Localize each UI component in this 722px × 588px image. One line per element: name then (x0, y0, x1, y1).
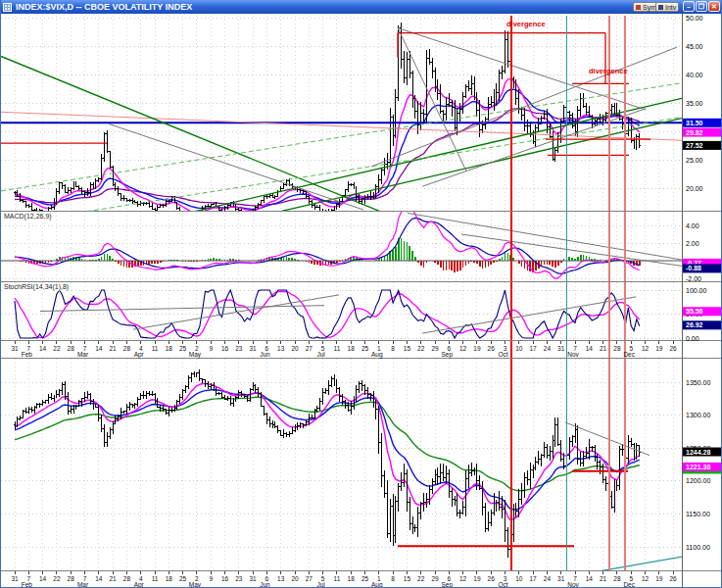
svg-text:16: 16 (221, 575, 229, 582)
svg-text:55.56: 55.56 (686, 308, 703, 315)
svg-text:1350.00: 1350.00 (686, 379, 710, 386)
svg-text:31.50: 31.50 (686, 120, 703, 126)
svg-text:10: 10 (515, 345, 523, 352)
svg-text:25: 25 (361, 575, 369, 582)
svg-text:Apr: Apr (134, 351, 145, 359)
svg-text:Oct: Oct (498, 581, 507, 588)
svg-text:28: 28 (613, 575, 621, 582)
svg-text:1200.00: 1200.00 (686, 477, 710, 484)
svg-text:27.52: 27.52 (686, 142, 703, 149)
svg-text:Jun: Jun (260, 351, 270, 358)
svg-text:16: 16 (221, 345, 229, 352)
svg-text:26.92: 26.92 (686, 321, 703, 328)
svg-text:31: 31 (11, 345, 19, 352)
svg-text:31: 31 (249, 575, 257, 582)
maximize-button[interactable]: ❐ (696, 1, 707, 12)
svg-text:12: 12 (642, 345, 650, 352)
svg-text:Sep: Sep (442, 351, 454, 359)
svg-text:Aug: Aug (371, 351, 383, 359)
svg-text:50.00: 50.00 (686, 15, 703, 22)
svg-text:14: 14 (95, 575, 103, 582)
svg-text:31: 31 (557, 345, 565, 352)
svg-text:12: 12 (459, 575, 467, 582)
stochrsi-label: StochRSI(14,34(1),8) (3, 283, 70, 291)
svg-text:23: 23 (235, 575, 243, 582)
svg-text:1100.00: 1100.00 (686, 544, 710, 551)
svg-text:17: 17 (529, 345, 537, 352)
svg-text:Jul: Jul (316, 351, 325, 358)
macd-label: MACD(12,26,9) (3, 213, 53, 220)
svg-text:14: 14 (39, 575, 47, 582)
svg-text:Aug: Aug (371, 581, 383, 588)
svg-text:8: 8 (391, 345, 395, 352)
svg-text:20: 20 (291, 575, 299, 582)
svg-text:28: 28 (123, 575, 131, 582)
svg-text:15: 15 (404, 345, 411, 352)
svg-text:22: 22 (417, 575, 425, 582)
divergence-annotation-1: divergence (506, 21, 546, 28)
window-title: INDEX:$VIX,D -- CBOE VOLATILITY INDEX (16, 2, 192, 12)
svg-text:26: 26 (669, 575, 677, 582)
svg-text:4.00: 4.00 (686, 222, 699, 229)
qcharts-window: INDEX:$VIX,D -- CBOE VOLATILITY INDEX Sy… (0, 0, 722, 588)
svg-text:29.82: 29.82 (686, 129, 703, 136)
svg-text:29: 29 (431, 345, 439, 352)
intv-button[interactable]: Intv (655, 2, 679, 12)
svg-text:21: 21 (600, 575, 607, 582)
svg-text:11: 11 (152, 345, 159, 352)
svg-text:Mar: Mar (77, 581, 89, 588)
svg-text:29: 29 (431, 575, 439, 582)
svg-text:27: 27 (306, 345, 313, 352)
svg-text:35.00: 35.00 (686, 100, 703, 107)
svg-text:20: 20 (291, 345, 299, 352)
svg-text:Jul: Jul (316, 581, 325, 588)
svg-text:11: 11 (334, 345, 341, 352)
svg-text:14: 14 (95, 345, 103, 352)
close-button[interactable]: ✕ (708, 1, 720, 12)
svg-text:25.00: 25.00 (686, 157, 703, 164)
divergence-annotation-2: divergence (589, 68, 628, 75)
svg-text:13: 13 (277, 345, 285, 352)
svg-text:100.00: 100.00 (686, 287, 707, 294)
svg-text:19: 19 (473, 345, 481, 352)
svg-text:31: 31 (557, 575, 565, 582)
svg-text:Jun: Jun (260, 581, 270, 588)
svg-text:19: 19 (655, 575, 663, 582)
svg-text:45.00: 45.00 (686, 43, 703, 50)
svg-text:Nov: Nov (567, 351, 579, 358)
svg-text:17: 17 (529, 575, 537, 582)
svg-text:May: May (189, 351, 202, 359)
svg-text:27: 27 (306, 575, 313, 582)
svg-text:8: 8 (391, 575, 395, 582)
svg-text:31: 31 (11, 575, 19, 582)
svg-text:28: 28 (68, 575, 75, 582)
title-bar[interactable]: INDEX:$VIX,D -- CBOE VOLATILITY INDEX Sy… (1, 0, 722, 14)
svg-text:14: 14 (586, 345, 594, 352)
svg-text:1150.00: 1150.00 (686, 511, 710, 517)
svg-text:Mar: Mar (77, 351, 89, 358)
chart-canvas[interactable]: 50.0045.0040.0035.0030.0025.0020.0031.50… (1, 0, 722, 588)
svg-text:22: 22 (53, 345, 61, 352)
svg-text:24: 24 (544, 345, 552, 352)
svg-text:Dec: Dec (623, 581, 635, 588)
svg-text:10: 10 (515, 575, 523, 582)
minimize-button[interactable]: – (683, 1, 695, 12)
svg-text:11: 11 (152, 575, 159, 582)
svg-text:25: 25 (179, 575, 187, 582)
svg-text:15: 15 (404, 575, 411, 582)
svg-text:Apr: Apr (134, 581, 145, 588)
svg-text:31: 31 (249, 345, 257, 352)
svg-text:1221.38: 1221.38 (686, 464, 710, 470)
svg-text:28: 28 (123, 345, 131, 352)
svg-text:28: 28 (68, 345, 75, 352)
svg-text:18: 18 (166, 575, 173, 582)
svg-text:Feb: Feb (22, 581, 33, 588)
svg-text:2.00: 2.00 (686, 240, 699, 247)
svg-text:22: 22 (417, 345, 425, 352)
svg-text:40.00: 40.00 (686, 72, 703, 78)
svg-text:21: 21 (109, 345, 117, 352)
svg-text:18: 18 (166, 345, 173, 352)
svg-text:Oct: Oct (498, 351, 507, 358)
svg-text:May: May (189, 581, 202, 588)
sym-button-icon (636, 5, 641, 10)
